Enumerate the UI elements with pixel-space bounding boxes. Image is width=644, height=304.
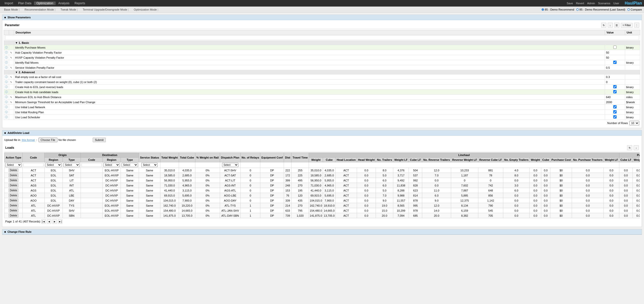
edit-icon[interactable]: ✎ — [10, 96, 12, 99]
filter-dest-region[interactable]: Select — [103, 163, 120, 167]
nav-optimization[interactable]: Optimization — [34, 2, 56, 5]
edit-icon[interactable]: ✎ — [10, 101, 12, 104]
change-flow-header: ■ Change Flow Rule — [2, 229, 642, 235]
rows-select[interactable]: 10 25 50 — [629, 121, 639, 125]
edit-icon[interactable]: ✎ — [10, 81, 12, 84]
info-icon[interactable]: ⓘ — [5, 100, 8, 103]
user-btn[interactable]: User — [613, 2, 619, 5]
param-menu-btn[interactable]: ☰ — [614, 23, 619, 28]
delete-btn[interactable]: Delete — [9, 199, 18, 202]
param-checkbox[interactable] — [613, 61, 617, 64]
admin-btn[interactable]: Admin — [587, 2, 595, 5]
info-icon[interactable]: ⓘ — [5, 116, 8, 119]
filter-code[interactable] — [23, 163, 44, 167]
param-more-btn[interactable]: ⋮ — [634, 23, 639, 28]
loads-download-btn[interactable]: ↓ — [634, 145, 639, 150]
filter-origin-region[interactable]: Select — [45, 163, 62, 167]
param-data-row: ⓘ Identify Rail Moves binary — [4, 60, 640, 65]
loads-refresh-btn[interactable]: ↻ — [627, 145, 632, 150]
upload-row: Upload file in this format : Submit — [4, 138, 640, 142]
info-icon[interactable]: ⓘ — [5, 110, 8, 113]
filter-svc[interactable]: Select — [141, 163, 158, 167]
revert-btn[interactable]: Revert — [576, 2, 584, 5]
info-icon[interactable]: ⓘ — [5, 105, 8, 108]
edit-icon[interactable]: ✎ — [10, 51, 12, 54]
info-icon[interactable]: ⓘ — [5, 90, 8, 93]
delete-btn[interactable]: Delete — [9, 214, 18, 217]
param-checkbox[interactable] — [613, 115, 617, 119]
mode-base[interactable]: Base Mode — [2, 8, 22, 11]
mode-optimization[interactable]: Optimization Mode — [132, 8, 160, 11]
info-icon[interactable]: ⓘ — [5, 95, 8, 98]
row-origin-region: EOL — [45, 168, 63, 173]
info-icon[interactable]: ⓘ — [5, 56, 8, 59]
row-pclf: 0.0 — [619, 208, 633, 213]
format-link[interactable]: this format — [22, 138, 35, 141]
radio-demo-recommend-saved[interactable]: 85 - Demo Recommend (Last Saved) — [576, 8, 625, 11]
param-unit — [625, 50, 640, 55]
submit-btn[interactable]: Submit — [93, 138, 106, 142]
row-dest-region: EOL-HVXP — [103, 173, 121, 178]
scenarios-btn[interactable]: Scenarios — [598, 2, 610, 5]
row-npt: 0.0 — [572, 188, 604, 193]
row-tc: 7,900.0 — [179, 198, 195, 203]
page-first-btn[interactable]: |◄ — [41, 219, 46, 224]
param-checkbox[interactable] — [613, 85, 617, 88]
info-icon[interactable]: ⓘ — [5, 51, 8, 54]
param-refresh-btn[interactable]: ↻ — [601, 23, 606, 28]
page-prev-btn[interactable]: ◄ — [47, 219, 51, 224]
row-npt: 0.0 — [572, 173, 604, 178]
row-eq: DP — [260, 208, 284, 213]
filter-dest-type[interactable]: Select — [122, 163, 138, 167]
delete-btn[interactable]: Delete — [9, 173, 18, 177]
delete-btn[interactable]: Delete — [9, 178, 18, 182]
filter-dp[interactable]: Select — [222, 163, 238, 167]
info-icon[interactable]: ⓘ — [5, 75, 8, 78]
info-icon[interactable]: ⓘ — [5, 66, 8, 69]
row-clf: 992 — [409, 178, 422, 183]
page-next-btn[interactable]: ► — [52, 219, 57, 224]
info-icon[interactable]: ⓘ — [5, 46, 8, 49]
info-icon[interactable]: ⓘ — [5, 61, 8, 64]
mode-tweak[interactable]: Tweak Mode — [58, 8, 80, 11]
file-input[interactable] — [39, 138, 91, 142]
row-weight: 141,875.0 — [309, 213, 323, 218]
delete-btn[interactable]: Delete — [9, 188, 18, 192]
nav-import[interactable]: Import — [2, 2, 16, 5]
mode-terminal-upgrade[interactable]: Terminal Upgrade/Downgrade Mode — [81, 8, 131, 11]
delete-btn[interactable]: Delete — [9, 209, 18, 212]
param-checkbox[interactable] — [613, 110, 617, 113]
row-rclf: 742 — [478, 183, 503, 188]
mode-recommendation[interactable]: Recommendation Mode — [23, 8, 58, 11]
delete-btn[interactable]: Delete — [9, 168, 18, 172]
edit-icon[interactable]: ✎ — [10, 76, 12, 79]
radio-compare[interactable]: Compare — [627, 8, 642, 11]
page-last-btn[interactable]: ►| — [58, 219, 62, 224]
delete-btn[interactable]: Delete — [9, 204, 18, 207]
nav-reports[interactable]: Reports — [72, 2, 88, 5]
filter-action-type[interactable]: Select — [5, 163, 22, 167]
row-pc: 0.0 — [541, 208, 550, 213]
param-checkbox[interactable] — [613, 105, 617, 108]
filter-dest-code[interactable] — [82, 163, 102, 167]
filter-origin-type[interactable]: Select — [63, 163, 80, 167]
delete-btn[interactable]: Delete — [9, 194, 18, 197]
edit-icon[interactable]: ✎ — [10, 56, 12, 59]
info-icon[interactable]: ⓘ — [5, 80, 8, 83]
info-icon[interactable]: ⓘ — [5, 85, 8, 88]
param-download-btn[interactable]: ↓ — [608, 23, 613, 28]
th-no-trailers: No. Trailers — [376, 158, 393, 162]
param-checkbox[interactable] — [613, 90, 617, 93]
param-filter-btn[interactable]: ▿ Filter — [621, 23, 633, 28]
add-delete-load-section: ■ Add/Delete Load Upload file in this fo… — [2, 130, 642, 227]
param-checkbox[interactable] — [613, 46, 617, 49]
param-search-input[interactable] — [5, 35, 639, 40]
nav-plandata[interactable]: Plan Data — [16, 2, 34, 5]
edit-icon[interactable]: ✎ — [10, 66, 12, 69]
row-hl: ACT — [336, 208, 357, 213]
param-data-row: ⓘ ✎ Service Violation Penalty Factor 0.5 — [4, 65, 640, 70]
save-btn[interactable]: Save — [567, 2, 573, 5]
radio-demo-recommend[interactable]: 85 - Demo Recommend — [542, 8, 574, 11]
nav-analysis[interactable]: Analysis — [56, 2, 72, 5]
delete-btn[interactable]: Delete — [9, 183, 18, 187]
